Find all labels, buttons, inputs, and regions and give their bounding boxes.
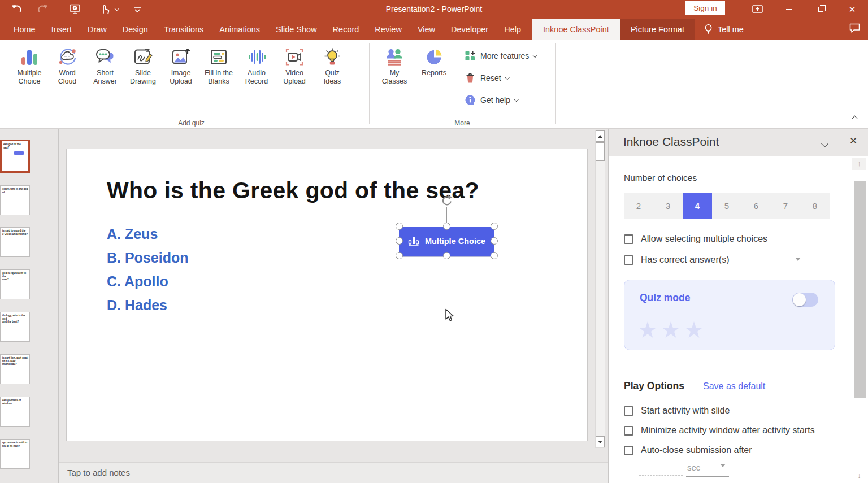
choice-count-5[interactable]: 5	[712, 193, 741, 219]
video-upload-button[interactable]: VideoUpload	[279, 45, 310, 86]
restore-icon	[818, 7, 823, 12]
selection-handle-middle-left[interactable]	[396, 237, 403, 245]
rotation-handle[interactable]	[440, 194, 453, 210]
my-classes-button[interactable]: MyClasses	[379, 45, 410, 86]
comment-icon	[849, 23, 860, 33]
get-help-button[interactable]: Get help	[465, 93, 537, 107]
restore-button[interactable]	[807, 0, 834, 19]
pane-scroll-down-button[interactable]: ↓	[852, 469, 866, 482]
group-separator	[555, 43, 556, 124]
choice-count-3[interactable]: 3	[653, 193, 683, 219]
tab-review[interactable]: Review	[367, 19, 410, 40]
word-cloud-button[interactable]: WordCloud	[51, 45, 83, 86]
scrollbar-thumb[interactable]	[596, 142, 605, 161]
seconds-input[interactable]	[639, 475, 683, 476]
tab-draw[interactable]: Draw	[80, 19, 115, 40]
auto-close-row: Auto-close submission after	[624, 445, 752, 455]
more-features-icon	[465, 50, 476, 62]
auto-close-checkbox[interactable]	[624, 446, 633, 455]
more-group-label: More	[369, 119, 555, 127]
selection-handle-top-middle[interactable]	[443, 223, 450, 230]
choice-count-2[interactable]: 2	[624, 193, 653, 219]
slide-thumbnail-4[interactable]: god is equivalent to themes?	[0, 269, 30, 299]
slide-thumbnail-6[interactable]: is part lion, part goat,nt in Greek myth…	[0, 354, 30, 384]
card-divider	[640, 315, 819, 315]
button-label: My	[382, 69, 407, 77]
tab-help[interactable]: Help	[496, 19, 529, 40]
slide-thumbnail-5[interactable]: thology, who is the godand the best?	[0, 312, 30, 342]
close-icon: ✕	[849, 5, 856, 15]
scroll-up-button[interactable]	[596, 130, 605, 142]
save-as-default-link[interactable]: Save as default	[703, 381, 765, 391]
image-upload-button[interactable]: ImageUpload	[165, 45, 197, 86]
lightbulb-icon	[704, 24, 713, 34]
comments-button[interactable]	[849, 23, 860, 35]
close-button[interactable]: ✕	[839, 0, 866, 19]
quiz-mode-toggle[interactable]	[792, 293, 818, 307]
tab-record[interactable]: Record	[325, 19, 367, 40]
slide-thumbnail-3[interactable]: is said to guard thee Greek underworld?	[0, 227, 30, 257]
button-label: Choice	[17, 77, 41, 86]
tab-home[interactable]: Home	[6, 19, 44, 40]
allow-multiple-checkbox[interactable]	[624, 234, 633, 244]
tab-insert[interactable]: Insert	[44, 19, 80, 40]
collapse-ribbon-button[interactable]	[853, 112, 857, 123]
tab-developer[interactable]: Developer	[443, 19, 496, 40]
sign-in-button[interactable]: Sign in	[685, 1, 725, 15]
reports-button[interactable]: Reports	[418, 45, 450, 86]
choice-count-7[interactable]: 7	[771, 193, 800, 219]
more-group-small-buttons: More features Reset Get help	[465, 49, 537, 115]
reset-button[interactable]: Reset	[465, 71, 537, 85]
slide-thumbnail-1-selected[interactable]: een god of the sea?	[0, 140, 30, 173]
choice-count-4-selected[interactable]: 4	[683, 193, 712, 219]
choice-count-6[interactable]: 6	[741, 193, 771, 219]
dropdown-arrow-icon[interactable]	[795, 261, 801, 271]
more-features-button[interactable]: More features	[465, 49, 537, 63]
tab-inknoe-classpoint[interactable]: Inknoe ClassPoint	[532, 19, 620, 40]
short-answer-button[interactable]: ShortAnswer	[89, 45, 121, 86]
slide-thumbnail-7[interactable]: een goddess of wisdom	[0, 397, 30, 427]
selection-handle-middle-right[interactable]	[491, 237, 498, 245]
selection-handle-bottom-left[interactable]	[396, 252, 403, 259]
minimize-button[interactable]	[775, 0, 802, 19]
classpoint-task-pane: Inknoe ClassPoint ✕ ↑ Number of choices …	[608, 129, 868, 483]
selection-handle-top-left[interactable]	[396, 223, 403, 230]
slide-thumbnail-2[interactable]: ology, who is the god of	[0, 185, 30, 215]
selection-handle-top-right[interactable]	[491, 223, 498, 230]
choice-count-8[interactable]: 8	[800, 193, 830, 219]
slide-title[interactable]: Who is the Greek god of the sea?	[107, 177, 479, 204]
pane-scrollbar-thumb[interactable]	[854, 181, 866, 398]
has-correct-checkbox[interactable]	[624, 255, 633, 265]
task-pane-close-button[interactable]: ✕	[849, 135, 857, 147]
tab-design[interactable]: Design	[115, 19, 156, 40]
slide-thumbnail-8[interactable]: ry creature is said tonly at its heel?	[0, 439, 30, 469]
selection-handle-bottom-right[interactable]	[491, 252, 498, 259]
star-icon[interactable]	[638, 321, 657, 340]
scroll-down-button[interactable]	[596, 436, 605, 447]
selection-handle-bottom-middle[interactable]	[443, 252, 450, 259]
multiple-choice-button[interactable]: MultipleChoice	[14, 45, 45, 86]
notes-pane[interactable]: Tap to add notes	[59, 462, 608, 483]
minimize-window-checkbox[interactable]	[624, 426, 633, 436]
start-activity-checkbox[interactable]	[624, 406, 633, 416]
tell-me-button[interactable]: Tell me	[695, 19, 753, 40]
thumbnail-widget-chip	[14, 151, 24, 155]
slide-drawing-button[interactable]: SlideDrawing	[127, 45, 159, 86]
pane-scroll-up-button[interactable]: ↑	[852, 158, 866, 170]
task-pane-options-button[interactable]	[822, 138, 827, 149]
presentation-display-button[interactable]	[744, 0, 771, 19]
tab-transitions[interactable]: Transitions	[156, 19, 211, 40]
tab-view[interactable]: View	[410, 19, 443, 40]
quiz-ideas-button[interactable]: QuizIdeas	[316, 45, 348, 86]
slide-canvas[interactable]: Who is the Greek god of the sea? A. Zeus…	[66, 149, 588, 441]
audio-record-button[interactable]: AudioRecord	[241, 45, 272, 86]
tab-animations[interactable]: Animations	[211, 19, 268, 40]
slide-answer-options[interactable]: A. Zeus B. Poseidon C. Apollo D. Hades	[107, 226, 188, 321]
tab-picture-format[interactable]: Picture Format	[620, 19, 695, 40]
dropdown-arrow-icon[interactable]	[720, 467, 726, 477]
tab-slide-show[interactable]: Slide Show	[268, 19, 325, 40]
star-icon[interactable]	[684, 321, 704, 340]
fill-in-the-blanks-button[interactable]: Fill in theBlanks	[203, 45, 235, 86]
star-icon[interactable]	[661, 321, 680, 340]
editor-scrollbar[interactable]	[595, 130, 605, 448]
